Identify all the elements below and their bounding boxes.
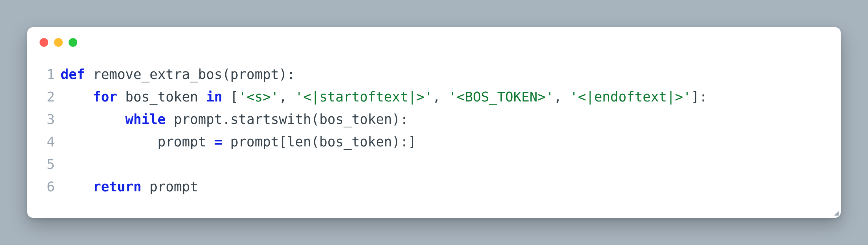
token-pun: ( [311, 134, 319, 150]
token-pun: . [222, 112, 230, 127]
token-kw: in [206, 89, 222, 105]
token-op: = [214, 134, 222, 150]
window-traffic-lights [40, 38, 77, 47]
line-number: 3 [36, 108, 61, 131]
zoom-icon[interactable] [69, 38, 77, 47]
token-pun: : [400, 112, 408, 127]
token-id: bos_token [319, 134, 392, 150]
token-pun: ] [691, 89, 699, 105]
code-window: 1def remove_extra_bos(prompt):2 for bos_… [27, 27, 841, 218]
code-line: 3 while prompt.startswith(bos_token): [36, 108, 832, 131]
token-pun [222, 134, 230, 150]
token-pun: ] [408, 134, 416, 150]
token-pun [61, 134, 157, 150]
token-pun [61, 112, 125, 127]
token-id: prompt [174, 112, 222, 127]
token-pun [61, 179, 93, 195]
code-line: 6 return prompt [36, 176, 832, 198]
line-number: 6 [36, 176, 61, 198]
token-pun [198, 89, 206, 105]
token-str: '<s>' [238, 89, 279, 105]
token-id: prompt [157, 134, 206, 150]
token-pun [85, 67, 93, 82]
token-pun: ) [392, 134, 400, 150]
token-pun: ( [311, 112, 319, 127]
token-id: prompt [230, 134, 279, 150]
token-id: len [287, 134, 311, 150]
line-content [61, 153, 832, 176]
code-line: 2 for bos_token in ['<s>', '<|startoftex… [36, 86, 832, 108]
token-kw: for [93, 89, 117, 105]
token-pun [61, 89, 93, 105]
line-content: def remove_extra_bos(prompt): [61, 63, 832, 86]
code-line: 1def remove_extra_bos(prompt): [36, 63, 832, 86]
token-pun [222, 89, 230, 105]
token-id: startswith [230, 112, 311, 127]
token-kw: return [93, 179, 142, 195]
token-pun: ( [222, 67, 230, 82]
token-pun: , [554, 89, 570, 105]
token-id: bos_token [125, 89, 198, 105]
code-line: 4 prompt = prompt[len(bos_token):] [36, 131, 832, 153]
token-pun [142, 179, 150, 195]
line-content: while prompt.startswith(bos_token): [61, 108, 832, 131]
minimize-icon[interactable] [54, 38, 63, 47]
token-pun: : [699, 89, 707, 105]
line-content: for bos_token in ['<s>', '<|startoftext|… [61, 86, 832, 108]
line-content: prompt = prompt[len(bos_token):] [61, 131, 832, 153]
token-str: '<BOS_TOKEN>' [449, 89, 554, 105]
line-content: return prompt [61, 176, 832, 198]
token-pun: : [287, 67, 295, 82]
token-pun: , [433, 89, 449, 105]
token-id: prompt [230, 67, 279, 82]
token-pun [117, 89, 125, 105]
resize-handle-icon[interactable]: ◢ [834, 209, 839, 216]
token-kw: def [61, 67, 85, 82]
token-pun: : [400, 134, 408, 150]
token-id: remove_extra_bos [93, 67, 222, 82]
token-id: prompt [150, 179, 198, 195]
token-kw: while [125, 112, 165, 127]
line-number: 1 [36, 63, 61, 86]
token-pun: ) [392, 112, 400, 127]
line-number: 5 [36, 153, 61, 176]
token-str: '<|endoftext|>' [570, 89, 691, 105]
code-line: 5 [36, 153, 832, 176]
line-number: 2 [36, 86, 61, 108]
token-pun [206, 134, 214, 150]
token-id: bos_token [319, 112, 392, 127]
close-icon[interactable] [40, 38, 48, 47]
token-pun [166, 112, 174, 127]
code-block: 1def remove_extra_bos(prompt):2 for bos_… [36, 63, 832, 198]
line-number: 4 [36, 131, 61, 153]
token-str: '<|startoftext|>' [295, 89, 433, 105]
token-pun: , [279, 89, 295, 105]
token-pun: [ [279, 134, 287, 150]
token-pun: [ [230, 89, 238, 105]
token-pun: ) [279, 67, 287, 82]
